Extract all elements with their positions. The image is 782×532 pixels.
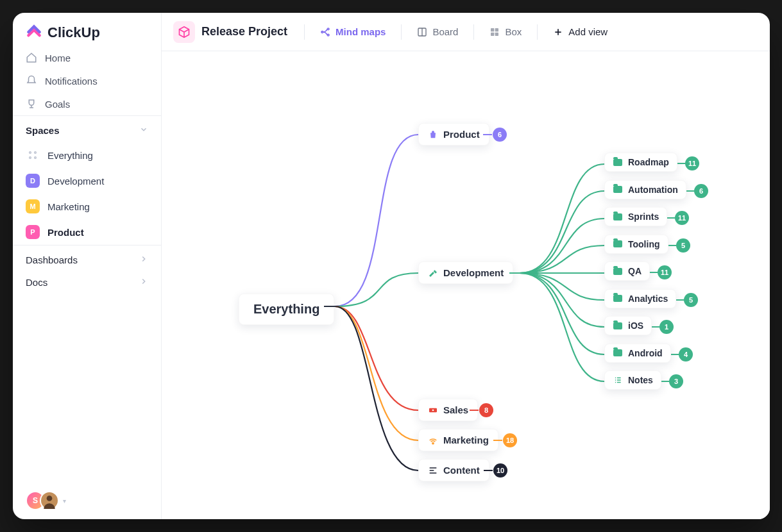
project-title[interactable]: Release Project bbox=[201, 25, 287, 38]
main: Release Project Mind maps Board B bbox=[162, 13, 770, 519]
node-dev-child[interactable]: Android bbox=[604, 344, 671, 363]
count-badge: 11 bbox=[658, 265, 672, 279]
svg-point-5 bbox=[321, 31, 323, 33]
node-dev-child[interactable]: QA bbox=[604, 262, 650, 281]
folder-icon bbox=[613, 157, 623, 167]
topbar: Release Project Mind maps Board B bbox=[162, 13, 770, 51]
sidebar-docs[interactable]: Docs bbox=[13, 274, 161, 297]
nav-label: Home bbox=[45, 53, 71, 63]
node-marketing[interactable]: Marketing bbox=[418, 429, 498, 451]
logo-text: ClickUp bbox=[47, 24, 100, 41]
count-badge: 1 bbox=[659, 320, 674, 334]
view-board[interactable]: Board bbox=[412, 22, 463, 41]
mindmap-canvas[interactable]: Everything Product 6 Development bbox=[162, 51, 770, 519]
nav-home[interactable]: Home bbox=[13, 46, 161, 69]
folder-icon bbox=[613, 348, 623, 358]
node-label: Roadmap bbox=[628, 157, 669, 167]
node-label: Analytics bbox=[628, 294, 668, 304]
hammer-icon bbox=[428, 268, 438, 278]
mindmap-icon bbox=[320, 27, 330, 37]
count-badge: 11 bbox=[685, 156, 699, 170]
chevron-right-icon bbox=[139, 254, 148, 265]
nav-label: Goals bbox=[45, 99, 70, 110]
count-badge: 18 bbox=[503, 433, 517, 447]
bell-icon bbox=[26, 75, 37, 87]
trophy-icon bbox=[26, 98, 37, 110]
space-everything[interactable]: Everything bbox=[13, 142, 161, 168]
space-marketing[interactable]: M Marketing bbox=[13, 194, 161, 219]
wifi-icon bbox=[428, 435, 438, 445]
folder-icon bbox=[613, 294, 623, 304]
node-dev-child[interactable]: Automation bbox=[604, 180, 686, 199]
count-badge: 8 bbox=[479, 403, 493, 417]
count-badge: 11 bbox=[675, 211, 689, 225]
view-box[interactable]: Box bbox=[484, 22, 527, 41]
folder-icon bbox=[613, 185, 623, 195]
node-label: iOS bbox=[628, 320, 643, 331]
clickup-logo-icon bbox=[26, 24, 42, 41]
svg-point-15 bbox=[432, 442, 434, 444]
sidebar-dashboards[interactable]: Dashboards bbox=[13, 245, 161, 274]
node-dev-child[interactable]: Notes bbox=[604, 370, 661, 390]
ticket-icon bbox=[428, 405, 438, 415]
view-mindmaps[interactable]: Mind maps bbox=[315, 22, 391, 41]
count-badge: 5 bbox=[676, 238, 690, 253]
node-dev-child[interactable]: Roadmap bbox=[604, 153, 677, 172]
svg-point-14 bbox=[432, 409, 434, 411]
node-dev-child[interactable]: iOS bbox=[604, 316, 652, 335]
node-label: Sprints bbox=[628, 212, 659, 222]
svg-point-3 bbox=[35, 157, 37, 159]
project-icon bbox=[173, 21, 195, 43]
space-label: Everything bbox=[47, 150, 93, 161]
count-badge: 6 bbox=[493, 128, 507, 142]
spaces-header[interactable]: Spaces bbox=[13, 115, 161, 142]
node-label: Tooling bbox=[628, 239, 660, 249]
node-dev-child[interactable]: Tooling bbox=[604, 235, 668, 254]
chevron-down-icon bbox=[139, 125, 148, 136]
grid-icon bbox=[26, 148, 40, 162]
svg-point-6 bbox=[327, 28, 329, 30]
svg-point-1 bbox=[35, 152, 37, 154]
node-content[interactable]: Content bbox=[418, 459, 489, 481]
node-root[interactable]: Everything bbox=[239, 294, 334, 325]
folder-icon bbox=[613, 212, 623, 222]
count-badge: 5 bbox=[684, 293, 698, 307]
home-icon bbox=[26, 52, 37, 63]
space-label: Product bbox=[47, 227, 84, 238]
caret-down-icon: ▾ bbox=[63, 497, 66, 504]
node-dev-child[interactable]: Analytics bbox=[604, 289, 676, 308]
svg-point-0 bbox=[30, 152, 31, 154]
list-icon bbox=[613, 375, 623, 385]
node-label: Android bbox=[628, 348, 663, 358]
node-dev-child[interactable]: Sprints bbox=[604, 207, 667, 226]
nav-label: Notifications bbox=[45, 76, 98, 87]
count-badge: 6 bbox=[694, 184, 708, 198]
board-icon bbox=[417, 27, 427, 37]
svg-rect-9 bbox=[491, 28, 494, 31]
space-development[interactable]: D Development bbox=[13, 168, 161, 194]
space-badge-icon: P bbox=[26, 225, 40, 239]
svg-point-4 bbox=[47, 495, 53, 501]
folder-icon bbox=[613, 320, 623, 331]
space-badge-icon: M bbox=[26, 199, 40, 213]
logo[interactable]: ClickUp bbox=[13, 13, 161, 46]
sidebar: ClickUp Home Notifications Goals Spaces bbox=[13, 13, 162, 519]
add-view-button[interactable]: Add view bbox=[548, 22, 613, 41]
folder-icon bbox=[613, 266, 623, 276]
node-label: Notes bbox=[628, 375, 653, 385]
svg-point-7 bbox=[327, 34, 329, 36]
nav-notifications[interactable]: Notifications bbox=[13, 69, 161, 92]
node-development[interactable]: Development bbox=[418, 262, 513, 284]
nav-goals[interactable]: Goals bbox=[13, 92, 161, 115]
space-badge-icon: D bbox=[26, 174, 40, 188]
space-label: Marketing bbox=[47, 201, 90, 212]
node-label: Automation bbox=[628, 185, 678, 195]
app-window: ClickUp Home Notifications Goals Spaces bbox=[13, 13, 770, 519]
user-menu[interactable]: S ▾ bbox=[13, 482, 161, 519]
svg-rect-12 bbox=[495, 32, 498, 35]
count-badge: 4 bbox=[679, 347, 693, 362]
space-label: Development bbox=[47, 176, 104, 187]
node-product[interactable]: Product bbox=[418, 123, 489, 145]
space-product[interactable]: P Product bbox=[13, 219, 161, 245]
text-icon bbox=[428, 465, 438, 476]
